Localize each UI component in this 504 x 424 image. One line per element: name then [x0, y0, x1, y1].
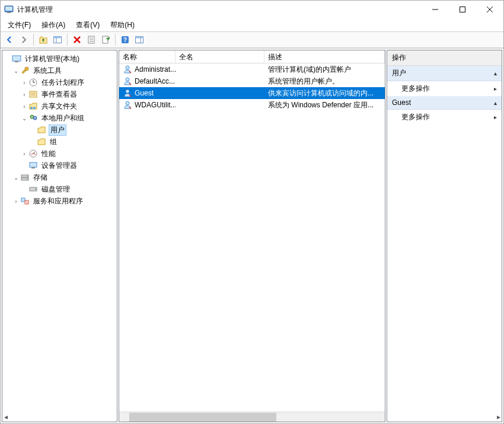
actions-header-users[interactable]: 用户▴: [387, 66, 502, 81]
minimize-button[interactable]: [422, 1, 449, 18]
expand-icon[interactable]: ›: [20, 79, 28, 86]
collapse-icon: ▴: [494, 100, 497, 106]
tree-pane[interactable]: 计算机管理(本地) ⌄系统工具 ›任务计划程序 ›事件查看器 ›共享文件夹 ⌄本…: [2, 50, 117, 422]
storage-icon: [20, 173, 30, 182]
collapse-icon[interactable]: ⌄: [12, 174, 20, 181]
forward-button[interactable]: [17, 33, 30, 46]
submenu-icon: ▸: [494, 114, 497, 120]
tree-storage[interactable]: ⌄存储: [2, 171, 117, 183]
user-name: WDAGUtilit...: [135, 101, 176, 109]
actions-header-guest[interactable]: Guest▴: [387, 96, 502, 110]
shared-folder-icon: [28, 101, 38, 111]
svg-rect-24: [15, 61, 18, 62]
user-icon: [123, 76, 132, 86]
svg-rect-4: [460, 7, 465, 12]
horizontal-scrollbar[interactable]: ◂ ▸: [119, 412, 385, 422]
user-name: DefaultAcc...: [135, 77, 175, 85]
tree-system-tools[interactable]: ⌄系统工具: [2, 65, 117, 76]
tree-performance[interactable]: ›性能: [2, 148, 117, 160]
folder-icon: [37, 125, 46, 135]
properties-button[interactable]: [85, 33, 98, 46]
expand-icon[interactable]: ›: [20, 91, 28, 98]
svg-point-49: [126, 78, 129, 81]
show-hide-tree-button[interactable]: [51, 33, 64, 46]
list-row[interactable]: Administrat...管理计算机(域)的内置帐户: [119, 63, 385, 75]
svg-point-33: [33, 107, 36, 109]
menu-help[interactable]: 帮助(H): [106, 19, 139, 31]
actions-pane: 操作 用户▴ 更多操作▸ Guest▴ 更多操作▸: [387, 50, 502, 422]
user-name: Administrat...: [135, 65, 176, 74]
svg-point-32: [30, 107, 33, 109]
collapse-icon[interactable]: ⌄: [12, 68, 20, 74]
tree-task-scheduler[interactable]: ›任务计划程序: [2, 76, 117, 88]
svg-rect-23: [12, 56, 21, 61]
computer-icon: [12, 54, 21, 63]
svg-point-25: [25, 67, 28, 71]
svg-point-45: [35, 189, 36, 190]
user-description: 管理计算机(域)的内置帐户: [264, 65, 385, 75]
column-name[interactable]: 名称: [119, 50, 176, 63]
expand-icon[interactable]: ›: [20, 103, 28, 110]
titlebar: 计算机管理: [1, 1, 503, 18]
svg-point-35: [33, 116, 37, 120]
list-body[interactable]: Administrat...管理计算机(域)的内置帐户DefaultAcc...…: [119, 63, 385, 412]
help-button[interactable]: ?: [119, 33, 132, 46]
svg-rect-29: [30, 91, 37, 97]
list-row[interactable]: WDAGUtilit...系统为 Windows Defender 应用...: [119, 99, 385, 111]
svg-point-42: [27, 176, 28, 177]
tree-shared-folders[interactable]: ›共享文件夹: [2, 100, 117, 112]
tools-icon: [20, 66, 30, 75]
svg-rect-9: [54, 37, 62, 39]
tree-disk-management[interactable]: 磁盘管理: [2, 183, 117, 195]
list-row[interactable]: DefaultAcc...系统管理的用户帐户。: [119, 75, 385, 87]
show-actions-button[interactable]: [133, 33, 146, 46]
action-more-users[interactable]: 更多操作▸: [387, 81, 502, 96]
tree-services-apps[interactable]: ›服务和应用程序: [2, 195, 117, 207]
window-controls: [422, 1, 503, 18]
svg-rect-1: [5, 7, 12, 11]
up-button[interactable]: [37, 33, 50, 46]
menubar: 文件(F) 操作(A) 查看(V) 帮助(H): [1, 18, 503, 31]
svg-rect-17: [103, 36, 108, 43]
export-button[interactable]: [99, 33, 112, 46]
scroll-thumb[interactable]: [129, 413, 276, 422]
submenu-icon: ▸: [494, 85, 497, 92]
delete-button[interactable]: [71, 33, 84, 46]
expand-icon[interactable]: ›: [20, 151, 28, 157]
list-row[interactable]: Guest供来宾访问计算机或访问域的内...: [119, 87, 385, 99]
toolbar-separator: [67, 34, 68, 46]
tree-event-viewer[interactable]: ›事件查看器: [2, 88, 117, 100]
menu-view[interactable]: 查看(V): [71, 19, 104, 31]
tree-device-manager[interactable]: 设备管理器: [2, 160, 117, 171]
svg-rect-47: [25, 200, 28, 204]
tree-users[interactable]: 用户: [2, 124, 117, 136]
svg-rect-21: [136, 37, 143, 39]
svg-point-50: [126, 90, 129, 93]
toolbar: ?: [1, 31, 503, 48]
column-fullname[interactable]: 全名: [176, 50, 264, 63]
actions-title: 操作: [387, 50, 502, 66]
column-description[interactable]: 描述: [264, 50, 385, 63]
tree-groups[interactable]: 组: [2, 136, 117, 148]
svg-rect-46: [21, 198, 25, 202]
clock-icon: [28, 78, 38, 87]
tree-root[interactable]: 计算机管理(本地): [2, 53, 117, 65]
disk-icon: [28, 184, 38, 194]
computer-management-window: 计算机管理 文件(F) 操作(A) 查看(V) 帮助(H) ? 计算机管理(本地…: [0, 0, 504, 424]
menu-action[interactable]: 操作(A): [37, 19, 70, 31]
collapse-icon[interactable]: ⌄: [20, 115, 28, 122]
menu-file[interactable]: 文件(F): [3, 19, 36, 31]
device-icon: [28, 161, 38, 170]
close-button[interactable]: [476, 1, 503, 18]
svg-point-48: [126, 66, 129, 69]
tree-local-users-groups[interactable]: ⌄本地用户和组: [2, 112, 117, 124]
action-more-guest[interactable]: 更多操作▸: [387, 110, 502, 125]
expand-icon[interactable]: ›: [12, 198, 20, 205]
maximize-button[interactable]: [449, 1, 476, 18]
user-description: 系统为 Windows Defender 应用...: [264, 100, 385, 110]
performance-icon: [28, 149, 38, 158]
svg-text:?: ?: [123, 37, 127, 43]
collapse-icon: ▴: [494, 70, 497, 76]
scroll-track[interactable]: [129, 413, 375, 422]
back-button[interactable]: [3, 33, 16, 46]
